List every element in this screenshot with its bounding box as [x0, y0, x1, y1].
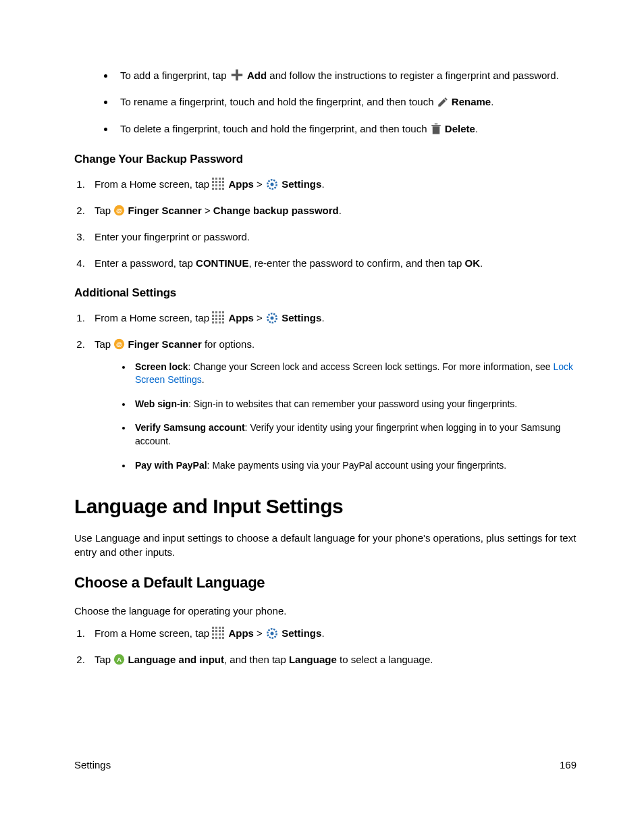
- text: To delete a fingerprint, touch and hold …: [120, 123, 427, 134]
- svg-rect-47: [222, 630, 224, 632]
- text: From a Home screen, tap: [95, 627, 209, 639]
- sep: >: [205, 205, 211, 216]
- text: : Change your Screen lock and access Scr…: [188, 361, 554, 372]
- svg-rect-3: [222, 178, 224, 180]
- pencil-icon: [437, 96, 449, 109]
- apps-label: Apps: [228, 312, 254, 323]
- text: Tap: [95, 338, 111, 350]
- settings-icon: [265, 311, 279, 325]
- svg-rect-5: [215, 181, 217, 183]
- text: , re-enter the password to confirm, and …: [248, 257, 464, 269]
- text: To rename a fingerprint, touch and hold …: [120, 96, 433, 107]
- lang-input-label: Language and input: [128, 654, 225, 665]
- option-label: Pay with PayPal: [135, 460, 207, 471]
- svg-point-37: [271, 316, 274, 319]
- text: and follow the instructions to register …: [269, 70, 559, 81]
- text: for options.: [205, 338, 254, 350]
- settings-label: Settings: [281, 312, 321, 323]
- choose-intro: Choose the language for operating your p…: [74, 604, 576, 618]
- svg-rect-14: [219, 188, 221, 190]
- step-1: From a Home screen, tap Apps > Settings.: [88, 311, 576, 325]
- settings-icon: [265, 178, 279, 191]
- svg-rect-10: [219, 184, 221, 186]
- svg-text:A: A: [117, 656, 122, 663]
- language-icon: A: [113, 654, 125, 665]
- text: To add a fingerprint, tap: [120, 70, 227, 81]
- change-backup-label: Change backup password: [213, 205, 339, 216]
- sep: >: [257, 312, 263, 323]
- text: to select a language.: [337, 654, 433, 665]
- text: Tap: [95, 654, 111, 665]
- svg-rect-35: [222, 321, 224, 323]
- svg-rect-2: [219, 178, 221, 180]
- step-2: Tap @ Finger Scanner > Change backup pas…: [88, 203, 576, 217]
- language-label: Language: [289, 654, 337, 665]
- additional-steps: From a Home screen, tap Apps > Settings.…: [74, 311, 576, 473]
- svg-rect-29: [215, 318, 217, 320]
- svg-rect-49: [215, 633, 217, 635]
- trash-icon: [430, 123, 442, 136]
- svg-rect-42: [219, 627, 221, 629]
- settings-icon: [265, 627, 279, 640]
- heading-additional: Additional Settings: [74, 285, 576, 301]
- list-item: To delete a fingerprint, touch and hold …: [115, 122, 576, 136]
- heading-choose-language: Choose a Default Language: [74, 573, 576, 594]
- svg-rect-34: [219, 321, 221, 323]
- svg-rect-8: [212, 184, 214, 186]
- add-label: Add: [247, 70, 267, 81]
- svg-point-17: [271, 182, 274, 186]
- period: .: [480, 257, 483, 269]
- finger-scanner-label: Finger Scanner: [128, 338, 202, 350]
- svg-text:@: @: [116, 207, 122, 214]
- delete-label: Delete: [445, 123, 475, 134]
- svg-text:@: @: [116, 340, 122, 347]
- heading-language-input: Language and Input Settings: [74, 492, 576, 521]
- finger-scanner-icon: @: [113, 205, 125, 216]
- period: .: [475, 123, 478, 134]
- rename-label: Rename: [452, 96, 491, 107]
- option-label: Web sign-in: [135, 398, 188, 409]
- svg-rect-30: [219, 318, 221, 320]
- settings-label: Settings: [281, 178, 321, 190]
- svg-rect-13: [215, 188, 217, 190]
- list-item: Web sign-in: Sign-in to websites that ca…: [132, 398, 576, 411]
- step-2: Tap A Language and input, and then tap L…: [88, 652, 576, 667]
- svg-rect-4: [212, 181, 214, 183]
- heading-change-backup: Change Your Backup Password: [74, 151, 576, 167]
- svg-rect-23: [222, 311, 224, 313]
- period: .: [321, 312, 324, 323]
- apps-label: Apps: [228, 178, 254, 190]
- svg-rect-12: [212, 188, 214, 190]
- fingerprint-action-list: To add a fingerprint, tap Add and follow…: [74, 68, 576, 136]
- svg-rect-24: [212, 315, 214, 317]
- svg-rect-40: [212, 627, 214, 629]
- step-2: Tap @ Finger Scanner for options. Screen…: [88, 337, 576, 473]
- step-3: Enter your fingerprint or password.: [88, 230, 576, 244]
- svg-rect-6: [219, 181, 221, 183]
- svg-rect-52: [212, 637, 214, 639]
- option-label: Screen lock: [135, 361, 188, 372]
- svg-rect-54: [219, 637, 221, 639]
- step-1: From a Home screen, tap Apps > Settings.: [88, 626, 576, 640]
- plus-icon: [230, 68, 244, 82]
- footer-section: Settings: [74, 758, 111, 772]
- svg-rect-28: [212, 318, 214, 320]
- svg-rect-51: [222, 633, 224, 635]
- text: Enter a password, tap: [95, 257, 196, 269]
- list-item: Pay with PayPal: Make payments using via…: [132, 459, 576, 473]
- svg-rect-32: [212, 321, 214, 323]
- period: .: [202, 374, 205, 385]
- apps-label: Apps: [228, 627, 254, 639]
- period: .: [321, 627, 324, 639]
- options-list: Screen lock: Change your Screen lock and…: [95, 361, 576, 473]
- svg-rect-20: [212, 311, 214, 313]
- svg-rect-45: [215, 630, 217, 632]
- page-footer: Settings 169: [74, 758, 576, 772]
- svg-rect-31: [222, 318, 224, 320]
- svg-rect-33: [215, 321, 217, 323]
- svg-rect-1: [215, 178, 217, 180]
- apps-icon: [212, 311, 225, 323]
- svg-rect-11: [222, 184, 224, 186]
- list-item: Verify Samsung account: Verify your iden…: [132, 421, 576, 448]
- svg-rect-53: [215, 637, 217, 639]
